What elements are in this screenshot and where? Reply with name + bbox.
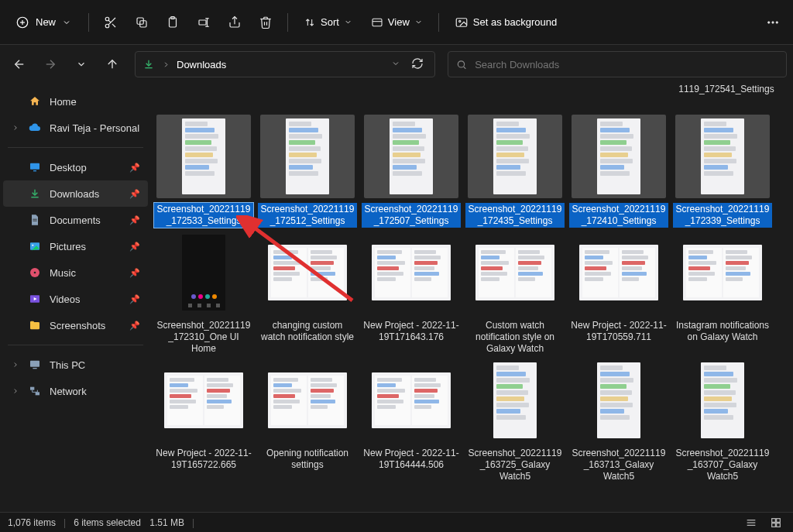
status-item-count: 1,076 items bbox=[8, 517, 56, 528]
file-tile[interactable]: New Project - 2022-11-19T170559.711 bbox=[569, 231, 668, 355]
file-tile[interactable]: Screenshot_20221119_163707_Galaxy Watch5 bbox=[673, 359, 772, 483]
sidebar-item-home[interactable]: Home bbox=[3, 88, 148, 115]
chevron-right-icon bbox=[12, 361, 19, 369]
breadcrumb[interactable]: Downloads bbox=[177, 59, 226, 70]
file-name-label: Screenshot_20221119_172507_Settings bbox=[362, 203, 461, 228]
svg-rect-56 bbox=[777, 523, 781, 527]
partial-cut-filename: 1119_172541_Settings bbox=[677, 84, 776, 95]
sidebar-item-network[interactable]: Network bbox=[3, 378, 148, 404]
ellipsis-icon bbox=[766, 15, 780, 29]
thumbnails-view-button[interactable] bbox=[767, 515, 785, 530]
download-icon bbox=[28, 187, 42, 201]
share-button[interactable] bbox=[221, 9, 249, 36]
file-tile[interactable]: New Project - 2022-11-19T171643.176 bbox=[362, 231, 461, 355]
svg-line-7 bbox=[108, 20, 111, 22]
address-bar[interactable]: Downloads bbox=[135, 51, 435, 77]
expand-icon[interactable] bbox=[11, 124, 20, 132]
sidebar-item-onedrive[interactable]: Ravi Teja - Personal bbox=[3, 115, 148, 141]
file-tile[interactable]: Screenshot_20221119_172507_Settings bbox=[362, 115, 461, 228]
file-tile[interactable]: Custom watch notification style on Galax… bbox=[465, 231, 565, 355]
svg-rect-45 bbox=[30, 361, 39, 367]
svg-point-3 bbox=[105, 17, 109, 21]
rename-button[interactable] bbox=[190, 9, 218, 36]
file-name-label[interactable]: Screenshot_20221119_172533_Settings bbox=[154, 203, 253, 228]
file-thumbnail bbox=[468, 115, 562, 198]
refresh-button[interactable] bbox=[407, 57, 428, 72]
sidebar-item-pictures[interactable]: Pictures 📌 bbox=[3, 233, 148, 259]
svg-point-42 bbox=[34, 272, 36, 274]
details-view-button[interactable] bbox=[742, 515, 760, 530]
svg-rect-46 bbox=[33, 368, 36, 369]
sort-button[interactable]: Sort bbox=[296, 12, 360, 33]
up-button[interactable] bbox=[99, 51, 125, 77]
file-name-label: New Project - 2022-11-19T170559.711 bbox=[569, 319, 668, 344]
paste-button[interactable] bbox=[159, 9, 187, 36]
cut-button[interactable] bbox=[97, 9, 125, 36]
sidebar-item-videos[interactable]: Videos 📌 bbox=[3, 286, 148, 312]
sidebar-item-music[interactable]: Music 📌 bbox=[3, 259, 148, 286]
file-thumbnail bbox=[364, 359, 458, 442]
sidebar-item-screenshots[interactable]: Screenshots 📌 bbox=[3, 312, 148, 338]
expand-icon[interactable] bbox=[11, 361, 20, 369]
sidebar-item-desktop[interactable]: Desktop 📌 bbox=[3, 154, 148, 180]
sidebar-item-label: Music bbox=[50, 267, 76, 279]
search-icon bbox=[456, 59, 467, 70]
search-field[interactable] bbox=[448, 51, 787, 77]
svg-line-6 bbox=[112, 23, 115, 26]
file-tile[interactable]: Instagram notifications on Galaxy Watch bbox=[673, 231, 772, 355]
file-tile[interactable]: Screenshot_20221119_172512_Settings bbox=[258, 115, 357, 228]
toolbar-separator bbox=[88, 13, 89, 32]
svg-rect-47 bbox=[30, 387, 34, 390]
file-name-label: Custom watch notification style on Galax… bbox=[465, 319, 565, 355]
copy-icon bbox=[135, 15, 149, 29]
recent-button[interactable] bbox=[68, 51, 94, 77]
sort-icon bbox=[304, 16, 316, 29]
file-tile[interactable]: Screenshot_20221119_163713_Galaxy Watch5 bbox=[569, 359, 668, 483]
file-tile[interactable]: Screenshot_20221119_172533_Settings bbox=[154, 115, 253, 228]
sidebar-separator bbox=[8, 147, 143, 148]
file-thumbnail bbox=[260, 359, 355, 442]
arrow-right-icon bbox=[43, 57, 57, 71]
sidebar-item-downloads[interactable]: Downloads 📌 bbox=[3, 180, 148, 207]
file-tile[interactable]: Screenshot_20221119_172310_One UI Home bbox=[154, 231, 253, 355]
back-button[interactable] bbox=[6, 51, 33, 77]
chevron-down-icon bbox=[62, 18, 71, 27]
file-tile[interactable]: Screenshot_20221119_172410_Settings bbox=[569, 115, 668, 228]
forward-button[interactable] bbox=[37, 51, 64, 77]
file-tile[interactable]: Opening notification settings bbox=[258, 359, 357, 483]
file-tile[interactable]: Screenshot_20221119_172435_Settings bbox=[465, 115, 565, 228]
pin-icon: 📌 bbox=[129, 268, 140, 278]
more-button[interactable] bbox=[759, 9, 787, 36]
search-input[interactable] bbox=[475, 59, 778, 70]
file-tile[interactable]: changing custom watch notification style bbox=[258, 231, 357, 355]
new-button[interactable]: New bbox=[6, 11, 81, 34]
address-history-button[interactable] bbox=[391, 59, 400, 70]
sidebar-item-documents[interactable]: Documents 📌 bbox=[3, 207, 148, 233]
file-tile[interactable]: Screenshot_20221119_163725_Galaxy Watch5 bbox=[465, 359, 565, 483]
sidebar-item-label: This PC bbox=[50, 359, 85, 371]
svg-rect-55 bbox=[772, 523, 776, 527]
file-tile[interactable]: Screenshot_20221119_172339_Settings bbox=[673, 115, 772, 228]
file-tile[interactable]: New Project - 2022-11-19T165722.665 bbox=[154, 359, 253, 483]
file-thumbnail bbox=[572, 359, 666, 442]
sidebar-item-label: Pictures bbox=[50, 241, 86, 252]
expand-icon[interactable] bbox=[11, 387, 20, 395]
nav-addressbar: Downloads bbox=[0, 45, 793, 84]
delete-button[interactable] bbox=[252, 9, 280, 36]
svg-rect-19 bbox=[372, 19, 382, 26]
pc-icon bbox=[28, 358, 42, 372]
cloud-icon bbox=[28, 121, 42, 135]
copy-button[interactable] bbox=[128, 9, 156, 36]
picture-icon bbox=[455, 15, 469, 29]
sidebar-item-label: Desktop bbox=[50, 162, 87, 173]
picture-icon bbox=[28, 239, 42, 253]
sidebar-item-thispc[interactable]: This PC bbox=[3, 352, 148, 378]
file-thumbnail bbox=[468, 359, 562, 442]
list-icon bbox=[745, 517, 757, 529]
chevron-down-icon bbox=[391, 59, 400, 68]
folder-icon bbox=[28, 318, 42, 332]
set-background-button[interactable]: Set as background bbox=[447, 11, 565, 34]
view-button[interactable]: View bbox=[363, 12, 431, 33]
view-label: View bbox=[388, 16, 410, 28]
file-tile[interactable]: New Project - 2022-11-19T164444.506 bbox=[362, 359, 461, 483]
